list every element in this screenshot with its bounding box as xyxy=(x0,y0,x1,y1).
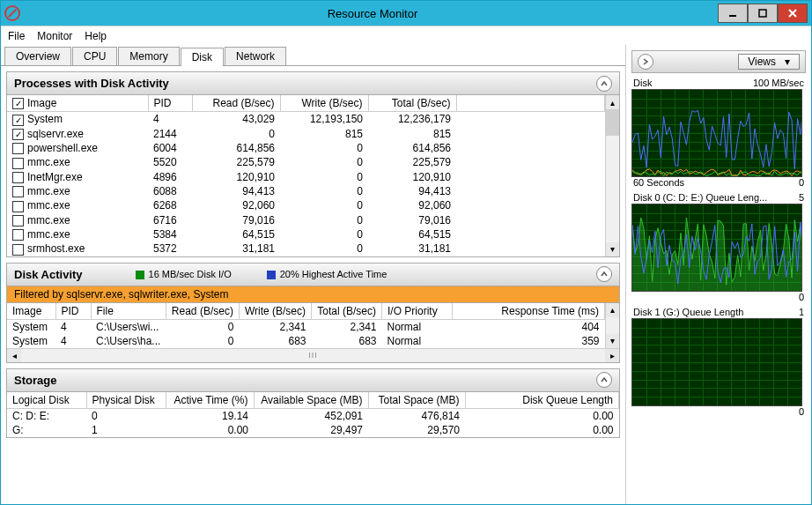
row-checkbox[interactable] xyxy=(12,244,24,256)
table-row[interactable]: powershell.exe 6004614,8560614,856 xyxy=(7,141,605,155)
row-checkbox[interactable] xyxy=(12,215,24,227)
graph: Disk 1 (G:) Queue Length1 0 xyxy=(631,306,806,417)
scrollbar-vertical[interactable]: ▴▾ xyxy=(605,303,619,348)
views-button[interactable]: Views ▾ xyxy=(738,54,800,70)
window: Resource Monitor File Monitor Help Overv… xyxy=(0,0,812,505)
svg-rect-1 xyxy=(759,10,766,17)
row-checkbox[interactable] xyxy=(12,229,24,241)
processes-panel: Processes with Disk Activity ✓Image PID xyxy=(6,71,620,257)
table-row[interactable]: mmc.exe 608894,413094,413 xyxy=(7,184,605,198)
maximize-button[interactable] xyxy=(748,4,778,23)
tab-overview[interactable]: Overview xyxy=(4,47,71,65)
menubar: File Monitor Help xyxy=(1,26,811,45)
table-row[interactable]: ✓System 443,02912,193,15012,236,179 xyxy=(7,112,605,127)
tabs: Overview CPU Memory Disk Network xyxy=(1,45,625,66)
minimize-button[interactable] xyxy=(718,4,748,23)
row-checkbox[interactable] xyxy=(12,158,24,169)
row-checkbox[interactable] xyxy=(12,143,24,154)
app-icon xyxy=(4,5,20,21)
graph: Disk100 MB/sec 60 Seconds0 xyxy=(631,77,806,188)
table-row[interactable]: mmc.exe 538464,515064,515 xyxy=(7,227,605,241)
graphs-pane: Views ▾ Disk100 MB/sec 60 Seconds0Disk 0… xyxy=(626,45,811,504)
collapse-icon[interactable] xyxy=(596,372,612,388)
collapse-icon[interactable] xyxy=(596,76,612,92)
row-checkbox[interactable] xyxy=(12,172,24,183)
scrollbar-horizontal[interactable]: ◂III▸ xyxy=(7,348,619,362)
menu-help[interactable]: Help xyxy=(85,30,107,42)
table-row[interactable]: mmc.exe 671679,016079,016 xyxy=(7,213,605,227)
tab-network[interactable]: Network xyxy=(225,47,286,65)
table-row[interactable]: C: D: E:019.14 452,091476,8140.00 xyxy=(7,408,619,423)
menu-file[interactable]: File xyxy=(8,30,25,42)
table-row[interactable]: mmc.exe 626892,060092,060 xyxy=(7,198,605,212)
titlebar[interactable]: Resource Monitor xyxy=(1,1,811,26)
table-row[interactable]: System4C:\Users\wi...0 2,3412,341Normal4… xyxy=(7,319,605,334)
collapse-icon[interactable] xyxy=(596,266,612,282)
check-all[interactable]: ✓ xyxy=(12,98,24,109)
storage-panel: Storage Logical Disk Physical Disk Activ… xyxy=(6,368,620,438)
storage-table: Logical Disk Physical Disk Active Time (… xyxy=(7,392,619,437)
table-row[interactable]: G:10.00 29,49729,5700.00 xyxy=(7,423,619,437)
legend-blue-icon xyxy=(267,271,276,279)
table-row[interactable]: srmhost.exe 537231,181031,181 xyxy=(7,241,605,256)
close-button[interactable] xyxy=(778,4,808,23)
menu-monitor[interactable]: Monitor xyxy=(37,30,72,42)
filter-bar: Filtered by sqlservr.exe, sqlwriter.exe,… xyxy=(7,286,619,303)
disk-activity-table: Image PID File Read (B/sec) Write (B/sec… xyxy=(7,303,605,348)
processes-panel-title: Processes with Disk Activity xyxy=(14,77,169,90)
chevron-down-icon: ▾ xyxy=(785,56,790,68)
table-row[interactable]: mmc.exe 5520225,5790225,579 xyxy=(7,155,605,169)
row-checkbox[interactable] xyxy=(12,201,24,212)
processes-table: ✓Image PID Read (B/sec) Write (B/sec) To… xyxy=(7,95,605,256)
tab-memory[interactable]: Memory xyxy=(118,47,179,65)
graph: Disk 0 (C: D: E:) Queue Leng...5 0 xyxy=(631,191,806,302)
row-checkbox[interactable]: ✓ xyxy=(12,129,24,140)
table-row[interactable]: System4C:\Users\ha...0 683683Normal359 xyxy=(7,334,605,348)
row-checkbox[interactable]: ✓ xyxy=(12,115,24,126)
disk-activity-title: Disk Activity xyxy=(14,268,83,281)
tab-disk[interactable]: Disk xyxy=(181,48,224,66)
disk-activity-panel: Disk Activity 16 MB/sec Disk I/O 20% Hig… xyxy=(6,263,620,363)
table-row[interactable]: InetMgr.exe 4896120,9100120,910 xyxy=(7,170,605,184)
storage-title: Storage xyxy=(14,374,56,387)
scrollbar-vertical[interactable]: ▴▾ xyxy=(605,95,619,256)
expand-right-icon[interactable] xyxy=(638,54,653,70)
row-checkbox[interactable] xyxy=(12,186,24,197)
window-title: Resource Monitor xyxy=(27,7,718,20)
legend-green-icon xyxy=(136,271,144,279)
table-row[interactable]: ✓sqlservr.exe 21440815815 xyxy=(7,127,605,141)
tab-cpu[interactable]: CPU xyxy=(72,47,117,65)
